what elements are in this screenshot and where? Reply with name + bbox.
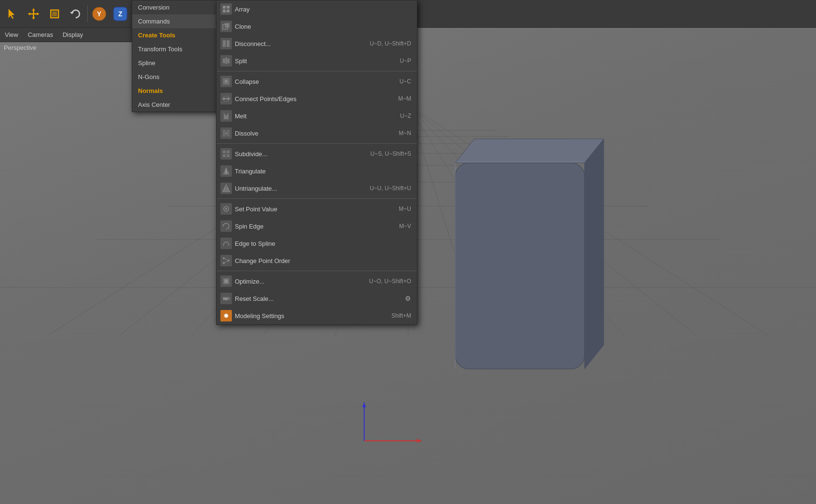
disconnect-item[interactable]: Disconnect... U~D, U~Shift+D — [217, 35, 417, 52]
display-menu[interactable]: Display — [58, 29, 88, 40]
svg-rect-20 — [455, 163, 585, 369]
untriangulate-label: Untriangulate... — [235, 185, 362, 192]
triangulate-icon — [220, 165, 232, 177]
reset-scale-icon: =1 — [220, 293, 232, 304]
reset-scale-gear: ⚙ — [405, 295, 411, 302]
clone-label: Clone — [235, 23, 411, 30]
arrow-cursor-icon[interactable] — [2, 3, 23, 24]
svg-text:Y: Y — [97, 10, 102, 18]
subdivide-label: Subdivide... — [235, 150, 363, 158]
melt-item[interactable]: Melt U~Z — [217, 107, 417, 125]
svg-rect-87 — [227, 58, 230, 63]
scale-icon[interactable] — [44, 3, 65, 24]
clone-item[interactable]: Clone — [217, 18, 417, 35]
disconnect-icon — [220, 38, 232, 49]
svg-rect-105 — [224, 187, 229, 191]
connect-points-item[interactable]: Connect Points/Edges M~M — [217, 90, 417, 107]
optimize-label: Optimize... — [235, 278, 361, 285]
set-point-value-item[interactable]: Set Point Value M~U — [217, 200, 417, 218]
svg-rect-36 — [52, 11, 57, 16]
spin-edge-icon — [220, 220, 232, 232]
melt-label: Melt — [235, 113, 392, 120]
svg-point-89 — [225, 80, 228, 83]
triangulate-item[interactable]: Triangulate — [217, 162, 417, 180]
dissolve-icon — [220, 127, 232, 139]
dissolve-shortcut: M~N — [399, 130, 411, 137]
edge-to-spline-item[interactable]: Edge to Spline — [217, 235, 417, 252]
svg-rect-82 — [225, 23, 230, 28]
svg-point-107 — [225, 208, 227, 210]
modeling-settings-label: Modeling Settings — [235, 312, 384, 320]
modeling-settings-shortcut: Shift+M — [391, 312, 411, 319]
set-point-label: Set Point Value — [235, 206, 391, 213]
y-axis-icon[interactable]: Y — [89, 3, 110, 24]
svg-point-91 — [228, 98, 230, 100]
reset-scale-item[interactable]: =1 Reset Scale... ⚙ — [217, 290, 417, 307]
array-label: Array — [235, 6, 411, 13]
sep-2 — [217, 143, 417, 144]
optimize-shortcut: U~O, U~Shift+O — [369, 278, 411, 285]
cameras-menu[interactable]: Cameras — [23, 29, 58, 40]
dissolve-item[interactable]: Dissolve M~N — [217, 125, 417, 142]
disconnect-label: Disconnect... — [235, 40, 362, 47]
svg-rect-78 — [227, 6, 230, 9]
collapse-item[interactable]: Collapse U~C — [217, 73, 417, 90]
subdivide-icon — [220, 148, 232, 160]
svg-marker-28 — [362, 402, 366, 407]
svg-rect-98 — [223, 150, 226, 153]
change-point-order-item[interactable]: Change Point Order — [217, 252, 417, 269]
modeling-settings-icon — [220, 310, 232, 321]
svg-marker-31 — [32, 8, 35, 11]
connect-points-label: Connect Points/Edges — [235, 95, 391, 103]
z-axis-icon[interactable]: Z — [110, 3, 131, 24]
untriangulate-shortcut: U~U, U~Shift+U — [370, 185, 411, 192]
sep-1 — [217, 71, 417, 71]
svg-point-90 — [223, 98, 225, 100]
set-point-icon — [220, 203, 232, 215]
svg-rect-77 — [223, 6, 226, 9]
sep-3 — [217, 198, 417, 199]
change-point-order-icon — [220, 255, 232, 266]
perspective-label: Perspective — [4, 44, 36, 51]
svg-marker-34 — [37, 12, 39, 15]
collapse-icon — [220, 76, 232, 87]
svg-line-113 — [224, 261, 229, 263]
subdivide-item[interactable]: Subdivide... U~S, U~Shift+S — [217, 145, 417, 162]
svg-marker-22 — [585, 139, 604, 369]
split-item[interactable]: Split U~P — [217, 52, 417, 69]
rotate-icon[interactable] — [65, 3, 86, 24]
modeling-settings-item[interactable]: Modeling Settings Shift+M — [217, 307, 417, 324]
disconnect-shortcut: U~D, U~Shift+D — [370, 40, 411, 47]
separator-1 — [87, 5, 88, 23]
array-icon — [220, 3, 232, 15]
melt-shortcut: U~Z — [400, 113, 411, 119]
reset-scale-label: Reset Scale... — [235, 295, 403, 302]
sep-4 — [217, 271, 417, 271]
change-point-order-label: Change Point Order — [235, 257, 411, 264]
svg-marker-33 — [28, 12, 30, 15]
svg-rect-83 — [223, 40, 226, 47]
svg-rect-79 — [223, 10, 226, 12]
spin-edge-item[interactable]: Spin Edge M~V — [217, 218, 417, 235]
svg-rect-115 — [224, 279, 228, 283]
split-label: Split — [235, 57, 392, 65]
view-menu[interactable]: View — [0, 29, 23, 40]
optimize-item[interactable]: Optimize... U~O, U~Shift+O — [217, 273, 417, 290]
collapse-label: Collapse — [235, 78, 392, 85]
svg-rect-84 — [227, 40, 230, 47]
untriangulate-item[interactable]: Untriangulate... U~U, U~Shift+U — [217, 180, 417, 197]
triangulate-label: Triangulate — [235, 168, 411, 175]
array-item[interactable]: Array — [217, 0, 417, 18]
spin-edge-label: Spin Edge — [235, 223, 391, 230]
svg-rect-80 — [227, 10, 230, 12]
optimize-icon — [220, 275, 232, 287]
svg-marker-26 — [417, 439, 422, 443]
svg-rect-100 — [223, 154, 226, 157]
untriangulate-icon — [220, 183, 232, 194]
svg-rect-101 — [227, 154, 230, 157]
svg-line-112 — [224, 258, 229, 261]
svg-text:=1: =1 — [223, 298, 227, 301]
move-icon[interactable] — [23, 3, 44, 24]
subdivide-shortcut: U~S, U~Shift+S — [370, 150, 411, 157]
set-point-shortcut: M~U — [399, 206, 411, 212]
